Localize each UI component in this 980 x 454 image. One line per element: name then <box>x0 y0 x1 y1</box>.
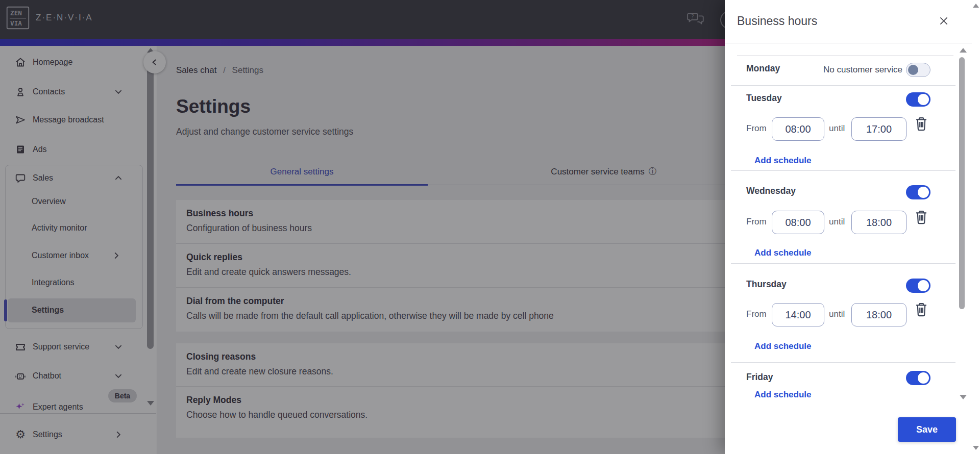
toggle-wednesday[interactable] <box>906 185 930 199</box>
day-label-monday: Monday <box>746 63 780 74</box>
delete-schedule-icon-thursday[interactable] <box>914 301 928 317</box>
save-button[interactable]: Save <box>898 417 956 442</box>
until-label: until <box>829 123 845 134</box>
toggle-thursday[interactable] <box>906 279 930 293</box>
day-list-top-divider <box>737 55 953 56</box>
window-scrollbar[interactable] <box>972 0 980 454</box>
business-hours-panel: Business hours Monday No customer servic… <box>725 0 980 454</box>
toggle-knob <box>908 65 918 75</box>
day-divider <box>731 263 955 264</box>
delete-schedule-icon-tuesday[interactable] <box>914 116 928 132</box>
until-label: until <box>829 217 845 227</box>
from-time-input-tuesday[interactable] <box>772 117 824 141</box>
toggle-knob <box>918 280 929 291</box>
day-label-wednesday: Wednesday <box>746 186 796 196</box>
toggle-knob <box>918 187 929 198</box>
from-time-input-thursday[interactable] <box>772 303 824 326</box>
toggle-tuesday[interactable] <box>906 92 930 107</box>
toggle-knob <box>918 372 929 384</box>
until-time-input-thursday[interactable] <box>851 303 906 326</box>
app-window: ZEN VIA Z·E·N·V·I·A ? Homep <box>0 0 980 454</box>
toggle-friday[interactable] <box>906 371 930 385</box>
modal-backdrop <box>0 0 725 454</box>
toggle-knob <box>918 94 929 105</box>
panel-title: Business hours <box>737 14 817 28</box>
panel-scrollbar-thumb[interactable] <box>959 57 965 309</box>
no-customer-service-label: No customer service <box>823 65 902 75</box>
panel-scroll-up-arrow[interactable] <box>960 48 967 53</box>
delete-schedule-icon-wednesday[interactable] <box>914 209 928 225</box>
panel-header-divider <box>725 43 980 43</box>
day-divider <box>731 362 955 363</box>
close-button[interactable] <box>936 13 951 29</box>
panel-scroll-down-arrow[interactable] <box>960 395 967 399</box>
from-label: From <box>746 123 767 134</box>
until-time-input-wednesday[interactable] <box>851 211 906 234</box>
window-scroll-up-arrow[interactable] <box>973 4 979 8</box>
until-label: until <box>829 309 845 319</box>
day-label-thursday: Thursday <box>746 279 787 290</box>
window-scroll-down-arrow[interactable] <box>973 446 979 450</box>
from-label: From <box>746 309 767 319</box>
add-schedule-link-tuesday[interactable]: Add schedule <box>754 156 811 166</box>
add-schedule-link-thursday[interactable]: Add schedule <box>754 341 811 351</box>
add-schedule-link-wednesday[interactable]: Add schedule <box>754 248 811 258</box>
add-schedule-link-friday[interactable]: Add schedule <box>754 390 811 400</box>
day-divider <box>731 85 955 86</box>
toggle-monday[interactable] <box>906 63 930 77</box>
until-time-input-tuesday[interactable] <box>851 117 906 141</box>
day-label-tuesday: Tuesday <box>746 93 782 104</box>
day-divider <box>731 170 955 171</box>
day-label-friday: Friday <box>746 372 773 383</box>
from-time-input-wednesday[interactable] <box>772 211 824 234</box>
from-label: From <box>746 217 767 227</box>
